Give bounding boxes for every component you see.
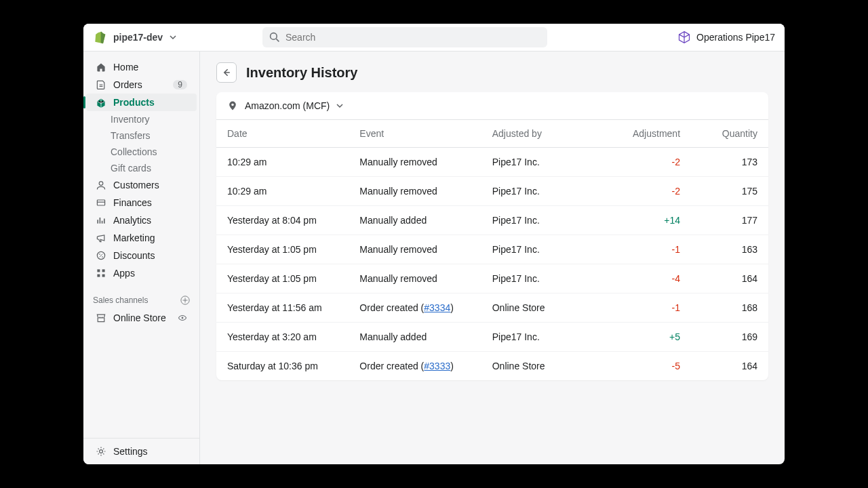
search-field[interactable]	[262, 27, 547, 47]
cell-quantity: 177	[691, 206, 768, 235]
inventory-history-card: Amazon.com (MCF) Date Event Adjusted by …	[216, 92, 768, 380]
store-name: pipe17-dev	[113, 32, 163, 43]
col-date: Date	[216, 120, 349, 148]
sidebar-item-label: Analytics	[113, 215, 187, 226]
cell-adjustment: -5	[614, 352, 691, 381]
sidebar-subitem-inventory[interactable]: Inventory	[83, 111, 199, 127]
sidebar-item-label: Products	[113, 97, 187, 108]
svg-point-1	[99, 182, 103, 186]
gear-icon	[96, 446, 106, 457]
cell-event: Manually added	[349, 323, 481, 352]
location-pin-icon	[227, 100, 238, 111]
sidebar-item-finances[interactable]: Finances	[86, 194, 197, 211]
sidebar-item-apps[interactable]: Apps	[86, 264, 197, 282]
sidebar-item-label: Customers	[113, 180, 187, 190]
cell-adjusted-by: Pipe17 Inc.	[481, 235, 614, 264]
eye-icon[interactable]	[178, 313, 187, 323]
cell-quantity: 168	[691, 293, 768, 323]
cell-date: 10:29 am	[216, 177, 349, 206]
cell-adjusted-by: Pipe17 Inc.	[481, 177, 614, 206]
cell-date: Yesterday at 8:04 pm	[216, 206, 349, 235]
cell-event: Manually removed	[349, 235, 481, 264]
cell-adjustment: -1	[614, 293, 691, 323]
table-row: 10:29 amManually removedPipe17 Inc.-2175	[216, 177, 768, 206]
cell-event: Order created (#3334)	[349, 293, 481, 323]
products-icon	[96, 97, 106, 108]
col-quantity: Quantity	[691, 120, 768, 148]
sidebar-item-label: Settings	[113, 446, 187, 457]
cell-adjusted-by: Online Store	[481, 352, 614, 381]
sidebar-subitem-gift-cards[interactable]: Gift cards	[83, 160, 199, 176]
chevron-down-icon	[336, 102, 343, 109]
svg-rect-2	[97, 200, 104, 205]
discounts-icon	[96, 250, 106, 261]
order-link[interactable]: #3333	[424, 361, 450, 371]
cell-adjustment: -4	[614, 264, 691, 293]
svg-point-0	[271, 33, 277, 40]
add-channel-icon[interactable]	[180, 296, 190, 305]
table-row: 10:29 amManually removedPipe17 Inc.-2173	[216, 148, 768, 177]
sidebar-item-marketing[interactable]: Marketing	[86, 229, 197, 247]
cell-event: Manually added	[349, 206, 481, 235]
cell-adjustment: +5	[614, 323, 691, 352]
home-icon	[96, 62, 106, 73]
cell-adjusted-by: Pipe17 Inc.	[481, 148, 614, 177]
sidebar-item-discounts[interactable]: Discounts	[86, 247, 197, 264]
cell-adjusted-by: Pipe17 Inc.	[481, 323, 614, 352]
cube-icon	[677, 30, 691, 44]
sidebar-subitem-collections[interactable]: Collections	[83, 144, 199, 160]
sidebar-badge: 9	[173, 80, 187, 89]
channel-label: Online Store	[113, 312, 171, 323]
cell-date: Yesterday at 1:05 pm	[216, 264, 349, 293]
store-switcher[interactable]: pipe17-dev	[93, 30, 201, 44]
cell-quantity: 175	[691, 177, 768, 206]
apps-icon	[96, 268, 106, 279]
order-link[interactable]: #3334	[424, 302, 450, 313]
sidebar-item-label: Marketing	[113, 232, 187, 243]
cell-date: Yesterday at 1:05 pm	[216, 235, 349, 264]
page-header: Inventory History	[216, 62, 768, 83]
svg-point-10	[100, 450, 103, 453]
channel-item-online-store[interactable]: Online Store	[86, 309, 197, 327]
back-button[interactable]	[216, 62, 237, 83]
sidebar: HomeOrders9ProductsInventoryTransfersCol…	[83, 52, 200, 464]
cell-quantity: 164	[691, 352, 768, 381]
location-selector[interactable]: Amazon.com (MCF)	[216, 92, 768, 120]
svg-point-9	[182, 317, 184, 319]
sidebar-item-orders[interactable]: Orders9	[86, 76, 197, 94]
org-switcher[interactable]: Operations Pipe17	[677, 30, 775, 44]
svg-rect-6	[97, 274, 100, 277]
cell-event: Manually removed	[349, 177, 481, 206]
sidebar-item-analytics[interactable]: Analytics	[86, 211, 197, 229]
store-icon	[96, 312, 106, 323]
col-event: Event	[349, 120, 481, 148]
sidebar-item-products[interactable]: Products	[86, 94, 197, 111]
table-row: Saturday at 10:36 pmOrder created (#3333…	[216, 352, 768, 381]
svg-rect-7	[102, 274, 105, 277]
org-name: Operations Pipe17	[696, 32, 775, 43]
shopify-logo-icon	[93, 30, 106, 44]
cell-adjustment: +14	[614, 206, 691, 235]
inventory-history-table: Date Event Adjusted by Adjustment Quanti…	[216, 120, 768, 380]
cell-adjustment: -2	[614, 177, 691, 206]
table-row: Yesterday at 11:56 amOrder created (#333…	[216, 293, 768, 323]
sidebar-item-customers[interactable]: Customers	[86, 176, 197, 194]
sidebar-item-settings[interactable]: Settings	[86, 443, 197, 460]
search-input[interactable]	[285, 32, 540, 43]
cell-quantity: 164	[691, 264, 768, 293]
finances-icon	[96, 197, 106, 208]
location-name: Amazon.com (MCF)	[245, 100, 330, 111]
cell-quantity: 169	[691, 323, 768, 352]
search-icon	[269, 32, 280, 43]
svg-rect-4	[97, 269, 100, 272]
cell-event: Manually removed	[349, 148, 481, 177]
cell-quantity: 163	[691, 235, 768, 264]
cell-adjustment: -1	[614, 235, 691, 264]
page-title: Inventory History	[246, 65, 357, 81]
analytics-icon	[96, 215, 106, 226]
sidebar-subitem-transfers[interactable]: Transfers	[83, 127, 199, 144]
table-row: Yesterday at 1:05 pmManually removedPipe…	[216, 264, 768, 293]
sidebar-item-home[interactable]: Home	[86, 58, 197, 76]
sidebar-item-label: Finances	[113, 197, 187, 208]
cell-quantity: 173	[691, 148, 768, 177]
